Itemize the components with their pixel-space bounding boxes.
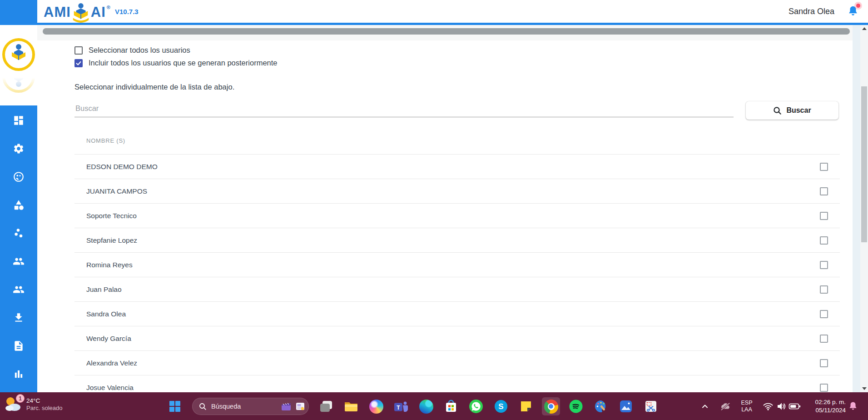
teams-icon: T [394, 400, 408, 413]
sidebar-item-downloads[interactable] [0, 304, 37, 332]
user-name[interactable]: Sandra Olea [789, 7, 834, 16]
skype-button[interactable]: S [492, 397, 510, 415]
table-row: Soporte Tecnico [74, 204, 840, 228]
category-shapes-icon [13, 199, 25, 211]
include-future-row: Incluir todos los usuarios que se genera… [74, 59, 278, 67]
brand-text-left: AMI [44, 5, 71, 19]
taskbar-search-box[interactable]: Búsqueda [192, 398, 309, 415]
table-row: JUANITA CAMPOS [74, 179, 840, 204]
document-icon [13, 340, 25, 352]
select-all-row: Seleccionar todos los usuarios [74, 46, 190, 55]
sidebar-item-scatter[interactable] [0, 219, 37, 247]
app-version: V10.7.3 [115, 0, 139, 23]
sidebar-item-reports[interactable] [0, 360, 37, 388]
check-icon [75, 60, 82, 66]
file-explorer-button[interactable] [342, 397, 360, 415]
sidebar-item-categories[interactable] [0, 191, 37, 219]
battery-status[interactable] [788, 392, 802, 420]
row-checkbox[interactable] [820, 285, 828, 294]
sidebar-item-group[interactable] [0, 247, 37, 275]
vertical-scrollbar-thumb[interactable] [861, 86, 867, 242]
language-indicator[interactable]: ESP LAA [738, 392, 756, 420]
user-name-cell: Sandra Olea [74, 310, 126, 318]
weather-condition: Parc. soleado [26, 405, 63, 412]
speaker-icon [776, 401, 787, 411]
brand-logo[interactable]: AMI AI ® [44, 1, 110, 23]
whatsapp-icon [469, 399, 483, 414]
instruction-text: Seleccionar individualmente de la lista … [74, 83, 234, 91]
horizontal-scrollbar-track [37, 25, 853, 40]
header-accent-bar [0, 23, 868, 25]
notifications-bell-button[interactable] [846, 5, 860, 18]
paint-icon [594, 399, 608, 414]
edge-icon [419, 400, 433, 414]
sidebar-item-settings[interactable] [0, 135, 37, 163]
hidden-icons-chevron[interactable] [699, 392, 710, 420]
sidebar-item-supervised-users[interactable] [0, 163, 37, 191]
row-checkbox[interactable] [820, 335, 828, 343]
scrollbar-up-arrow[interactable] [860, 25, 868, 32]
row-checkbox[interactable] [820, 310, 828, 318]
sticky-notes-button[interactable] [517, 397, 535, 415]
photos-button[interactable] [617, 397, 635, 415]
task-view-button[interactable] [317, 397, 335, 415]
copilot-button[interactable] [367, 397, 385, 415]
search-button[interactable]: Buscar [746, 101, 838, 120]
sidebar-item-documents[interactable] [0, 332, 37, 360]
row-checkbox[interactable] [820, 212, 828, 220]
user-name-cell: Josue Valencia [74, 384, 134, 392]
start-button[interactable] [166, 397, 184, 415]
windows-logo-icon [169, 400, 181, 412]
svg-text:T: T [397, 405, 400, 411]
row-checkbox[interactable] [820, 359, 828, 367]
search-icon [199, 403, 207, 410]
registered-mark: ® [107, 5, 110, 10]
teams-button[interactable]: T [392, 397, 410, 415]
user-name-cell: Juan Palao [74, 285, 122, 294]
microsoft-store-button[interactable] [442, 397, 460, 415]
table-row: Stepfanie Lopez [74, 228, 840, 253]
gear-icon [13, 143, 25, 155]
amitai-circle-logo [2, 38, 35, 71]
sidebar-item-dashboard[interactable] [0, 106, 37, 135]
table-row: Juan Palao [74, 277, 840, 302]
spotify-button[interactable] [567, 397, 585, 415]
row-checkbox[interactable] [820, 384, 828, 392]
row-checkbox[interactable] [820, 261, 828, 269]
horizontal-scrollbar-thumb[interactable] [43, 28, 850, 35]
table-row: Josue Valencia [74, 375, 840, 392]
news-icon [296, 402, 305, 411]
include-future-checkbox[interactable] [74, 59, 83, 67]
brand-mascot-icon [71, 2, 90, 24]
language-line2: LAA [741, 406, 752, 413]
app-header: AMI AI ® V10.7.3 Sandra Olea [0, 0, 868, 23]
weather-widget[interactable]: 1 24°C Parc. soleado [4, 395, 63, 414]
notification-center-button[interactable] [847, 392, 859, 420]
edge-button[interactable] [417, 397, 435, 415]
taskbar-clock[interactable]: 02:26 p. m. 05/11/2024 [803, 392, 846, 420]
scrollbar-down-arrow[interactable] [860, 385, 868, 392]
onedrive-status[interactable] [719, 392, 732, 420]
row-checkbox[interactable] [820, 187, 828, 195]
snipping-tool-button[interactable] [642, 397, 660, 415]
whatsapp-button[interactable] [467, 397, 485, 415]
dashboard-icon [13, 115, 25, 126]
chrome-button[interactable] [542, 397, 560, 415]
wifi-status[interactable] [762, 392, 774, 420]
row-checkbox[interactable] [820, 236, 828, 245]
brand-text-right: AI [91, 5, 106, 19]
paint-button[interactable] [592, 397, 610, 415]
search-input[interactable] [74, 100, 734, 117]
taskbar-search-placeholder: Búsqueda [211, 403, 277, 410]
row-checkbox[interactable] [820, 163, 828, 171]
main-content: Seleccionar todos los usuarios Incluir t… [37, 25, 853, 392]
select-all-checkbox[interactable] [74, 46, 83, 55]
sidebar-item-users[interactable] [0, 275, 37, 304]
user-name-cell: Stepfanie Lopez [74, 236, 137, 245]
sticky-notes-icon [520, 400, 532, 413]
volume-status[interactable] [775, 392, 787, 420]
wifi-icon [763, 402, 774, 411]
table-row: Wendy García [74, 326, 840, 351]
svg-text:S: S [498, 402, 503, 411]
windows-taskbar: 1 24°C Parc. soleado Búsqueda [0, 392, 868, 420]
